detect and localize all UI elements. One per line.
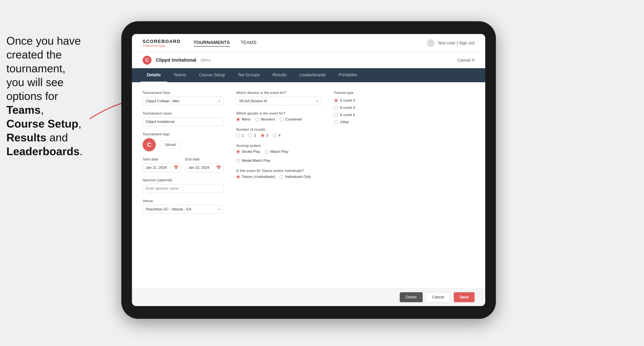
user-signin[interactable]: Test User | Sign out [438,41,474,45]
tab-course-setup[interactable]: Course Setup [192,68,231,82]
tablet-device: SCOREBOARD Powered by clippd TOURNAMENTS… [121,21,496,319]
gender-mens[interactable]: Mens [236,117,251,122]
format-6count5[interactable]: 6 count 5 [334,113,402,117]
tab-details[interactable]: Details [140,68,167,82]
division-select[interactable]: NCAA Division III [236,97,321,105]
logo-title: SCOREBOARD [142,39,181,44]
user-avatar [427,39,434,47]
start-date-group: Start date 📅 [142,157,181,172]
tab-teams[interactable]: Teams [167,68,192,82]
name-input[interactable] [142,117,224,126]
scoring-match-radio[interactable] [265,150,269,154]
start-date-wrap: 📅 [142,163,181,172]
division-label: Which division is the event for? [236,91,321,95]
nav-teams[interactable]: TEAMS [240,40,257,46]
start-calendar-icon: 📅 [174,165,178,170]
end-label: End date [185,157,224,162]
format-other-radio[interactable] [334,120,338,124]
scoring-medal[interactable]: Medal Match Play [236,159,270,163]
tab-printables[interactable]: Printables [332,68,364,82]
sponsor-input[interactable] [142,184,224,193]
nav-links: TOURNAMENTS TEAMS [194,40,414,46]
end-date-group: End date 📅 [185,157,224,172]
gender-womens-radio[interactable] [256,118,259,121]
left-column: Tournament Host Clippd College - Men Tou… [142,91,224,280]
format-6count4[interactable]: 6 count 4 [334,106,402,110]
tab-results[interactable]: Results [266,68,293,82]
round-2[interactable]: 2 [248,134,256,138]
logo-preview: C [142,138,156,151]
scoring-stroke-radio[interactable] [236,150,240,154]
round-2-radio[interactable] [248,134,252,138]
round-3[interactable]: 3 [261,134,268,138]
nav-tournaments[interactable]: TOURNAMENTS [194,40,230,46]
user-area: Test User | Sign out [427,39,474,47]
logo-subtitle: Powered by clippd [142,44,181,47]
rounds-radio-group: 1 2 3 4 [236,134,321,138]
teams-radio[interactable] [236,175,240,179]
gender-mens-radio[interactable] [236,118,240,121]
gender-field-group: Which gender is the event for? Mens Wome… [236,111,321,122]
name-field-group: Tournament name [142,111,224,126]
date-row: Start date 📅 End date 📅 [142,157,224,178]
venue-select[interactable]: Peachtree GC - Atlanta - GA [142,205,224,214]
gender-radio-group: Mens Womens Combined [236,117,321,122]
host-label: Tournament Host [142,91,224,95]
upload-button[interactable]: Upload [160,141,181,149]
teams-option[interactable]: Teams (+Individuals) [236,175,275,179]
individuals-radio[interactable] [280,175,284,179]
format-6count5-radio[interactable] [334,113,338,117]
instructional-text: Once you have created the tournament, yo… [0,30,98,163]
scoring-radio-group: Stroke Play Match Play Medal Match Play [236,150,321,163]
venue-field-group: Venue Peachtree GC - Atlanta - GA [142,199,224,214]
round-4[interactable]: 4 [273,134,280,138]
round-1-radio[interactable] [236,134,240,138]
round-4-radio[interactable] [273,134,277,138]
format-label: Format type [334,91,402,95]
tab-bar: Details Teams Course Setup Tee Groups Re… [132,68,485,82]
tab-tee-groups[interactable]: Tee Groups [231,68,266,82]
tablet-screen: SCOREBOARD Powered by clippd TOURNAMENTS… [132,34,485,306]
start-label: Start date [142,157,181,162]
sponsor-label: Sponsor (optional) [142,178,224,182]
end-calendar-icon: 📅 [216,165,221,170]
gender-combined[interactable]: Combined [280,117,302,122]
gender-label: Which gender is the event for? [236,111,321,116]
rounds-field-group: Number of rounds 1 2 3 [236,128,321,138]
delete-button[interactable]: Delete [400,292,423,302]
round-1[interactable]: 1 [236,134,244,138]
individuals-option[interactable]: Individuals Only [280,175,311,179]
top-navigation: SCOREBOARD Powered by clippd TOURNAMENTS… [132,34,485,52]
host-select[interactable]: Clippd College - Men [142,97,224,105]
format-6count4-radio[interactable] [334,106,338,110]
scoring-stroke[interactable]: Stroke Play [236,150,260,154]
logo-field-group: Tournament logo C Upload [142,132,224,151]
scoring-medal-radio[interactable] [236,159,240,163]
rounds-label: Number of rounds [236,128,321,132]
gender-combined-radio[interactable] [280,118,284,121]
middle-column: Which division is the event for? NCAA Di… [236,91,321,280]
cancel-button[interactable]: Cancel X [457,58,474,63]
tournament-header: C Clippd Invitational (Men) Cancel X [132,52,485,68]
round-3-radio[interactable] [261,134,264,138]
format-other[interactable]: Other [334,120,402,124]
format-5count4[interactable]: 5 count 4 [334,98,402,103]
scoring-field-group: Scoring system Stroke Play Match Play [236,144,321,163]
scoring-label: Scoring system [236,144,321,148]
save-button[interactable]: Save [454,292,474,302]
division-field-group: Which division is the event for? NCAA Di… [236,91,321,105]
logo-upload-area: C Upload [142,138,224,151]
right-column: Format type 5 count 4 6 count 4 6 count … [334,91,402,280]
tournament-icon: C [142,56,152,65]
format-5count4-radio[interactable] [334,99,338,102]
end-date-wrap: 📅 [185,163,224,172]
scoring-match[interactable]: Match Play [265,150,288,154]
host-field-group: Tournament Host Clippd College - Men [142,91,224,105]
tab-leaderboards[interactable]: Leaderboards [293,68,332,82]
gender-womens[interactable]: Womens [256,117,275,122]
cancel-button-bottom[interactable]: Cancel [426,292,450,302]
sponsor-field-group: Sponsor (optional) [142,178,224,193]
teams-radio-group: Teams (+Individuals) Individuals Only [236,175,321,179]
tournament-name: Clippd Invitational [156,57,196,63]
teams-field-group: Is this event for Teams and/or Individua… [236,169,321,179]
